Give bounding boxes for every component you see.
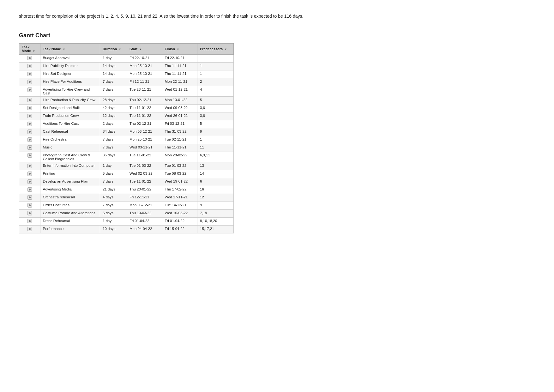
task-name-cell: Cast Rehearsal [40,128,100,136]
duration-cell: 4 days [100,194,127,202]
task-name-cell: Advertising Media [40,186,100,194]
predecessors-cell: 9 [197,202,233,210]
task-mode-icon [27,211,32,215]
finish-cell: Wed 17-11-21 [162,194,197,202]
start-cell: Tue 11-01-22 [127,105,162,112]
task-mode-icon [27,80,32,84]
start-cell: Thu 02-12-21 [127,120,162,128]
predecessors-cell: 15,17,21 [197,226,233,233]
task-mode-cell [19,128,40,136]
table-row: Performance10 daysMon 04-04-22Fri 15-04-… [19,226,234,233]
task-mode-icon [27,179,32,184]
start-cell: Fri 01-04-22 [127,218,162,226]
predecessors-cell: 8,10,18,20 [197,218,233,226]
col-header-start[interactable]: Start ▼ [127,44,162,55]
col-header-finish[interactable]: Finish ▼ [162,44,197,55]
table-row: Advertising Media21 daysThu 20-01-22Thu … [19,186,234,194]
task-mode-icon [27,203,32,208]
predecessors-cell: 5 [197,97,233,105]
start-cell: Tue 11-01-22 [127,178,162,186]
finish-cell: Mon 22-11-21 [162,78,197,86]
start-cell: Mon 06-12-21 [127,202,162,210]
finish-cell: Wed 16-03-22 [162,210,197,218]
finish-cell: Fri 01-04-22 [162,218,197,226]
table-row: Orchestra rehearsal4 daysFri 12-11-21Wed… [19,194,234,202]
finish-cell: Wed 01-12-21 [162,86,197,97]
duration-cell: 1 day [100,55,127,63]
table-row: Enter Information Into Computer1 dayTue … [19,162,234,170]
duration-cell: 7 days [100,78,127,86]
table-row: Cast Rehearsal84 daysMon 06-12-21Thu 31-… [19,128,234,136]
col-header-duration[interactable]: Duration ▼ [100,44,127,55]
predecessors-cell: 1 [197,70,233,78]
start-cell: Thu 20-01-22 [127,186,162,194]
intro-paragraph: shortest time for completion of the proj… [19,13,366,20]
table-row: Budget Approval1 dayFri 22-10-21Fri 22-1… [19,55,234,63]
task-mode-icon [27,187,32,192]
task-mode-cell [19,78,40,86]
task-mode-cell [19,120,40,128]
task-name-cell: Costume Parade And Alterations [40,210,100,218]
task-mode-cell [19,112,40,120]
start-cell: Fri 12-11-21 [127,78,162,86]
start-cell: Fri 12-11-21 [127,194,162,202]
task-mode-cell [19,162,40,170]
predecessors-cell: 16 [197,186,233,194]
task-mode-icon [27,195,32,200]
start-cell: Mon 25-10-21 [127,70,162,78]
duration-cell: 12 days [100,112,127,120]
predecessors-cell: 4 [197,86,233,97]
start-cell: Thu 02-12-21 [127,97,162,105]
table-row: Costume Parade And Alterations5 daysThu … [19,210,234,218]
table-row: Printing5 daysWed 02-03-22Tue 08-03-2214 [19,170,234,178]
task-mode-cell [19,63,40,70]
task-mode-icon [27,122,32,126]
task-mode-cell [19,218,40,226]
duration-cell: 2 days [100,120,127,128]
finish-cell: Mon 10-01-22 [162,97,197,105]
gantt-title: Gantt Chart [19,32,535,39]
duration-cell: 7 days [100,178,127,186]
table-row: Hire Publicity Director14 daysMon 25-10-… [19,63,234,70]
col-header-task-name[interactable]: Task Name ▼ [40,44,100,55]
predecessors-cell: 3,6 [197,105,233,112]
predecessors-cell: 1 [197,63,233,70]
task-mode-cell [19,55,40,63]
predecessors-cell: 5 [197,120,233,128]
task-name-cell: Photograph Cast And Crew & Collect Biogr… [40,152,100,162]
start-cell: Tue 11-01-22 [127,112,162,120]
task-name-cell: Music [40,144,100,152]
duration-cell: 84 days [100,128,127,136]
table-row: Train Production Crew12 daysTue 11-01-22… [19,112,234,120]
task-name-cell: Hire Place For Auditions [40,78,100,86]
start-cell: Tue 23-11-21 [127,86,162,97]
task-name-cell: Performance [40,226,100,233]
finish-cell: Thu 17-02-22 [162,186,197,194]
task-name-cell: Advertising To Hire Crew and Cast [40,86,100,97]
task-name-cell: Hire Production & Publicity Crew [40,97,100,105]
task-mode-cell [19,86,40,97]
task-mode-cell [19,136,40,144]
task-name-cell: Hire Orchestra [40,136,100,144]
task-name-cell: Hire Publicity Director [40,63,100,70]
gantt-section: Gantt Chart TaskMode ▼ Task Name ▼ Durat… [19,32,535,233]
predecessors-cell: 12 [197,194,233,202]
duration-cell: 35 days [100,152,127,162]
table-row: Develop an Advertising Plan7 daysTue 11-… [19,178,234,186]
start-cell: Fri 22-10-21 [127,55,162,63]
finish-cell: Fri 03-12-21 [162,120,197,128]
table-row: Order Costumes7 daysMon 06-12-21Tue 14-1… [19,202,234,210]
task-mode-cell [19,178,40,186]
duration-cell: 5 days [100,170,127,178]
predecessors-cell: 3,6 [197,112,233,120]
task-mode-cell [19,105,40,112]
predecessors-cell: 6 [197,178,233,186]
task-mode-icon [27,114,32,118]
duration-cell: 7 days [100,136,127,144]
col-header-predecessors[interactable]: Predecessors ▼ [197,44,233,55]
finish-cell: Tue 02-11-21 [162,136,197,144]
table-row: Photograph Cast And Crew & Collect Biogr… [19,152,234,162]
start-cell: Mon 25-10-21 [127,136,162,144]
task-mode-cell [19,210,40,218]
duration-cell: 1 day [100,162,127,170]
